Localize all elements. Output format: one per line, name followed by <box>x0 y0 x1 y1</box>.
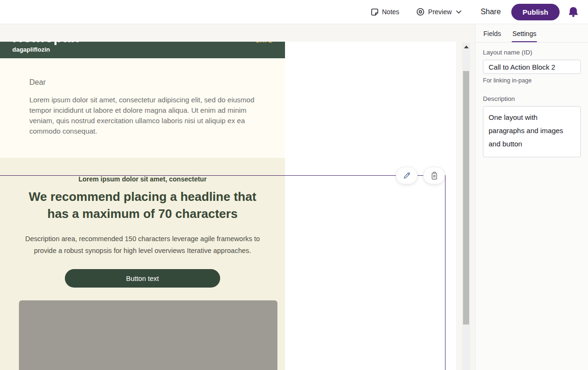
trash-icon <box>430 171 438 180</box>
notes-label: Notes <box>382 8 400 16</box>
description-label: Description <box>483 95 580 102</box>
scrollbar-thumb[interactable] <box>463 71 469 325</box>
description-field: Description One layout with paragraphs a… <box>483 95 580 157</box>
share-label: Share <box>481 8 501 16</box>
preview-button[interactable]: Preview <box>416 8 462 16</box>
layout-name-input[interactable] <box>483 60 581 74</box>
image-placeholder[interactable] <box>19 300 277 370</box>
cta-eyebrow: Lorem ipsum dolor sit amet, consectetur <box>19 175 266 183</box>
panel-body: Layout name (ID) For linking in-page Des… <box>475 43 588 157</box>
intro-block[interactable]: Dear Lorem ipsum dolor sit amet, consect… <box>0 58 285 158</box>
settings-panel: Fields Settings Layout name (ID) For lin… <box>475 24 588 370</box>
panel-tabbar: Fields Settings <box>475 24 588 43</box>
pencil-icon <box>403 171 411 180</box>
header-badge: SAFE <box>256 42 273 44</box>
notifications-button[interactable] <box>566 5 580 19</box>
top-toolbar: Notes Preview Share Publish <box>0 0 588 24</box>
tab-settings[interactable]: Settings <box>512 26 537 42</box>
tab-fields[interactable]: Fields <box>483 26 501 42</box>
publish-button[interactable]: Publish <box>511 4 560 20</box>
email-page: Homopan dagapliflozin SAFE Dear Lorem ip… <box>0 42 456 370</box>
email-header[interactable]: Homopan dagapliflozin SAFE <box>0 42 285 58</box>
intro-paragraph: Lorem ipsum dolor sit amet, consectetur … <box>29 95 256 136</box>
layout-name-helper: For linking in-page <box>483 77 580 84</box>
brand-tagline: dagapliflozin <box>12 46 285 53</box>
chevron-down-icon[interactable] <box>456 10 462 14</box>
scrollbar-up-arrow-icon[interactable] <box>464 45 469 48</box>
brand-logo: Homopan <box>12 42 285 45</box>
edit-block-button[interactable] <box>396 167 418 184</box>
bell-icon <box>567 6 579 18</box>
app-window: Notes Preview Share Publish <box>0 0 588 370</box>
note-icon <box>371 8 379 16</box>
share-button[interactable]: Share <box>481 8 501 16</box>
description-textarea[interactable]: One layout with paragraphs and images an… <box>489 111 566 151</box>
layout-name-label: Layout name (ID) <box>483 49 580 56</box>
preview-label: Preview <box>428 8 452 16</box>
cta-button[interactable]: Button text <box>65 269 220 288</box>
canvas-scrollbar[interactable] <box>462 43 470 370</box>
email-document[interactable]: Homopan dagapliflozin SAFE Dear Lorem ip… <box>0 42 285 370</box>
delete-block-button[interactable] <box>423 167 445 184</box>
cta-description: Description area, recommended 150 charac… <box>19 233 266 257</box>
notes-button[interactable]: Notes <box>371 8 400 16</box>
greeting-text: Dear <box>29 78 256 87</box>
description-textarea-frame: One layout with paragraphs and images an… <box>483 106 581 157</box>
editor-canvas: Homopan dagapliflozin SAFE Dear Lorem ip… <box>0 24 475 370</box>
cta-headline: We recommend placing a headline that has… <box>19 188 266 222</box>
eye-icon <box>416 8 425 16</box>
cta-block[interactable]: Lorem ipsum dolor sit amet, consectetur … <box>0 158 285 370</box>
